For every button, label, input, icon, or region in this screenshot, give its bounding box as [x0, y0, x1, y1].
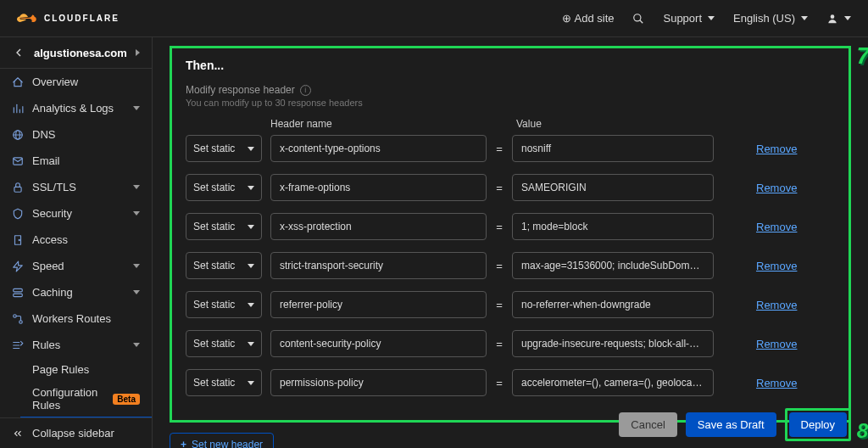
sidebar-item-ssl-tls[interactable]: SSL/TLS: [0, 174, 152, 200]
save-draft-button[interactable]: Save as Draft: [686, 412, 776, 437]
deploy-button[interactable]: Deploy: [789, 412, 847, 437]
column-header-name: Header name: [270, 118, 491, 130]
brand-logo[interactable]: CLOUDFLARE: [17, 11, 120, 26]
site-name: algustionesa.com: [34, 47, 127, 59]
svg-point-2: [831, 14, 835, 19]
header-value-input[interactable]: [512, 174, 714, 201]
chevron-down-icon: [133, 290, 140, 294]
svg-rect-11: [14, 187, 21, 192]
support-label: Support: [663, 12, 702, 25]
back-arrow-icon[interactable]: [12, 46, 25, 59]
header-value-input[interactable]: [512, 330, 714, 357]
sidebar-item-workers-routes[interactable]: Workers Routes: [0, 305, 152, 332]
sidebar-item-label: Security: [32, 207, 125, 220]
search-button[interactable]: [632, 13, 644, 25]
remove-link[interactable]: Remove: [756, 260, 797, 272]
header-name-input[interactable]: [270, 174, 487, 201]
site-selector[interactable]: algustionesa.com: [0, 37, 152, 69]
header-row: Set static=Remove: [186, 135, 835, 162]
user-icon: [826, 13, 838, 25]
chevron-down-icon: [248, 186, 254, 190]
column-header-value: Value: [516, 118, 720, 130]
action-dropdown[interactable]: Set static: [186, 213, 262, 240]
sidebar-item-dns[interactable]: DNS: [0, 121, 152, 148]
sidebar-item-analytics-logs[interactable]: Analytics & Logs: [0, 95, 152, 121]
header-value-input[interactable]: [512, 213, 714, 240]
bolt-icon: [12, 260, 24, 272]
lock-icon: [12, 182, 24, 193]
home-icon: [12, 76, 24, 88]
remove-link[interactable]: Remove: [756, 221, 797, 233]
rule-action-panel: Then... Modify response header i You can…: [170, 46, 851, 423]
svg-point-0: [634, 14, 641, 20]
header-value-input[interactable]: [512, 252, 714, 279]
header-row: Set static=Remove: [186, 213, 835, 240]
chevron-down-icon: [133, 211, 140, 216]
header-value-input[interactable]: [512, 135, 714, 162]
chevron-down-icon: [248, 225, 254, 229]
chevron-down-icon: [844, 16, 851, 20]
mail-icon: [12, 155, 24, 167]
remove-link[interactable]: Remove: [756, 377, 797, 389]
chevron-down-icon: [248, 264, 254, 268]
header-name-input[interactable]: [270, 330, 487, 357]
support-dropdown[interactable]: Support: [663, 12, 715, 25]
header-name-input[interactable]: [270, 369, 487, 396]
info-icon[interactable]: i: [300, 85, 311, 96]
svg-rect-15: [14, 288, 23, 292]
svg-rect-16: [14, 294, 23, 297]
chevron-down-icon: [248, 381, 254, 385]
action-dropdown[interactable]: Set static: [186, 135, 262, 162]
sidebar-subitem-label: Configuration Rules: [32, 386, 108, 412]
header-row: Set static=Remove: [186, 330, 835, 357]
action-dropdown[interactable]: Set static: [186, 369, 262, 396]
action-dropdown[interactable]: Set static: [186, 252, 262, 279]
cancel-button[interactable]: Cancel: [619, 412, 676, 437]
sidebar-item-security[interactable]: Security: [0, 200, 152, 227]
plus-icon: +: [181, 439, 186, 448]
chevron-down-icon: [708, 16, 715, 20]
header-value-input[interactable]: [512, 369, 714, 396]
collapse-label: Collapse sidebar: [32, 427, 114, 440]
sidebar-item-speed[interactable]: Speed: [0, 253, 152, 279]
chevron-down-icon: [133, 185, 140, 189]
cache-icon: [12, 287, 24, 299]
sidebar-item-label: Overview: [32, 76, 140, 88]
header-name-input[interactable]: [270, 252, 487, 279]
panel-subtitle: Modify response header: [186, 84, 295, 96]
action-dropdown[interactable]: Set static: [186, 330, 262, 357]
header-name-input[interactable]: [270, 291, 487, 318]
brand-text: CLOUDFLARE: [44, 14, 120, 23]
header-name-input[interactable]: [270, 135, 487, 162]
remove-link[interactable]: Remove: [756, 182, 797, 194]
sidebar-item-email[interactable]: Email: [0, 148, 152, 174]
dropdown-label: Set static: [193, 338, 235, 350]
route-icon: [12, 313, 24, 325]
account-dropdown[interactable]: [826, 13, 851, 25]
equals-label: =: [487, 182, 512, 194]
sidebar-subitem-configuration-rules[interactable]: Configuration Rules Beta: [20, 381, 152, 417]
language-dropdown[interactable]: English (US): [733, 12, 808, 25]
door-icon: [12, 234, 24, 246]
sidebar-item-label: Email: [32, 154, 140, 167]
dropdown-label: Set static: [193, 143, 235, 154]
header-name-input[interactable]: [270, 213, 487, 240]
language-label: English (US): [733, 12, 795, 25]
sidebar-item-overview[interactable]: Overview: [0, 69, 152, 95]
sidebar-item-access[interactable]: Access: [0, 227, 152, 253]
header-value-input[interactable]: [512, 291, 714, 318]
sidebar-item-caching[interactable]: Caching: [0, 279, 152, 305]
remove-link[interactable]: Remove: [756, 143, 797, 155]
equals-label: =: [487, 143, 512, 155]
action-dropdown[interactable]: Set static: [186, 291, 262, 318]
sidebar-item-label: Workers Routes: [32, 312, 140, 325]
remove-link[interactable]: Remove: [756, 338, 797, 350]
add-site-button[interactable]: ⊕ Add site: [562, 12, 615, 25]
sidebar-item-rules[interactable]: Rules: [0, 332, 152, 358]
collapse-sidebar-button[interactable]: Collapse sidebar: [0, 417, 152, 448]
sidebar-subitem-page-rules[interactable]: Page Rules: [20, 358, 152, 381]
set-new-header-button[interactable]: + Set new header: [170, 433, 274, 448]
remove-link[interactable]: Remove: [756, 299, 797, 311]
action-dropdown[interactable]: Set static: [186, 174, 262, 201]
sidebar-item-label: Speed: [32, 260, 125, 272]
